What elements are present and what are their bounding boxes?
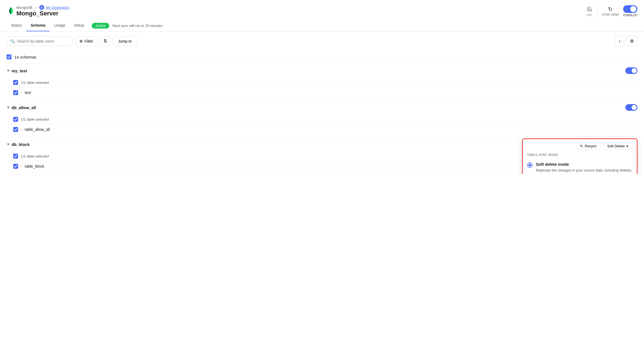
option-soft-delete-title: Soft delete mode: [536, 162, 632, 167]
search-icon: 🔍: [10, 39, 15, 43]
expand-arrow-table-block[interactable]: ›: [21, 164, 22, 168]
table-name-test: test: [25, 90, 31, 95]
selected-label-db-block: 1/1 table selected: [21, 154, 49, 158]
option-soft-delete-desc: Replicate the changes in your source dat…: [536, 168, 632, 174]
table-selected-my-test: 1/1 table selected: [7, 78, 637, 87]
breadcrumb: MongoDB → D My Destination: [16, 5, 69, 10]
enabled-label: ENABLED: [623, 13, 637, 17]
enabled-switch[interactable]: [623, 5, 637, 13]
toolbar-right: ↕ ⚙: [615, 36, 637, 46]
toolbar: 🔍 ⚙ Filter ⇅ Jump to ↕ ⚙: [0, 32, 644, 51]
chevron-down-icon: ▼: [7, 142, 10, 146]
notifications-button[interactable]: OFF: [586, 5, 593, 17]
bell-icon: [586, 5, 593, 13]
checkbox-table-block[interactable]: [13, 164, 18, 169]
search-input[interactable]: [17, 39, 69, 43]
filter-label: Filter: [85, 39, 93, 43]
chevron-down-icon: ▼: [7, 69, 10, 73]
schema-toggle-right-db-allow-all: [625, 104, 637, 111]
header-divider: [598, 4, 598, 18]
schema-list: 14 schemas ▼ my_test 1/1 table selected: [0, 51, 644, 174]
nav-tabs: Status Schema Usage Setup Active Next sy…: [0, 20, 644, 32]
sync-mode-popup: ↻ Resync Soft Delete ▾ TABLE SYNC MODE S…: [522, 139, 637, 174]
sync-now-label: SYNC NOW: [602, 13, 619, 16]
sort-icon: ⇅: [103, 39, 107, 43]
destination-link[interactable]: My Destination: [46, 5, 69, 10]
resync-button[interactable]: ↻ Resync: [576, 142, 601, 150]
settings-button[interactable]: ⚙: [626, 36, 637, 46]
header-right: OFF ↻ SYNC NOW ENABLED: [586, 4, 638, 18]
jump-to-label: Jump to: [118, 39, 132, 43]
checkbox-db-block[interactable]: [13, 154, 18, 159]
schema-name-db-block: db_block: [12, 142, 30, 147]
schema-group-my-test: ▼ my_test 1/1 table selected ›: [7, 63, 637, 100]
app-logo: MongoDB → D My Destination Mongo_Server: [7, 5, 69, 17]
filter-icon: ⚙: [79, 39, 83, 43]
settings-icon: ⚙: [630, 39, 634, 43]
table-name-table-allow-all: table_allow_all: [25, 127, 50, 132]
app-header: MongoDB → D My Destination Mongo_Server …: [0, 0, 644, 18]
soft-delete-dropdown-label: Soft Delete: [607, 144, 625, 148]
tab-setup[interactable]: Setup: [70, 20, 89, 31]
table-row-table-allow-all: › table_allow_all: [7, 124, 637, 135]
selected-label-db-allow-all: 1/1 table selected: [21, 117, 49, 121]
checkbox-test[interactable]: [13, 90, 18, 95]
table-name-table-block: table_block: [25, 164, 44, 168]
breadcrumb-source: MongoDB: [16, 5, 32, 10]
schema-name-db-allow-all: db_allow_all: [12, 105, 36, 110]
checkbox-table-allow-all[interactable]: [13, 127, 18, 132]
schema-toggle-switch-my-test[interactable]: [625, 67, 637, 74]
sync-icon: ↻: [608, 6, 613, 12]
schema-toggle-switch-db-allow-all[interactable]: [625, 104, 637, 111]
soft-delete-dropdown-button[interactable]: Soft Delete ▾: [603, 142, 632, 150]
mongodb-logo-icon: [7, 7, 15, 15]
selected-label-my-test: 1/1 table selected: [21, 81, 49, 85]
breadcrumb-arrow: →: [34, 5, 38, 10]
enabled-toggle[interactable]: ENABLED: [623, 5, 637, 17]
next-sync-text: Next sync will run in 19 minutes: [113, 24, 163, 28]
filter-button[interactable]: ⚙ Filter: [75, 37, 97, 46]
table-row-test: › test: [7, 87, 637, 98]
sort-order-button[interactable]: ↕: [615, 36, 624, 46]
search-box[interactable]: 🔍: [7, 37, 72, 46]
expand-arrow-table-allow-all[interactable]: ›: [21, 128, 22, 131]
resync-label: Resync: [585, 144, 597, 148]
bell-off-label: OFF: [587, 14, 592, 17]
toggle-sm-knob: [632, 68, 637, 73]
all-schemas-checkbox[interactable]: [7, 54, 12, 59]
destination-icon: D: [39, 5, 44, 10]
schema-toggle-db-block[interactable]: ▼ db_block: [7, 142, 30, 147]
server-name: Mongo_Server: [16, 10, 69, 17]
popup-section-title: TABLE SYNC MODE: [523, 150, 637, 159]
radio-soft-delete[interactable]: [527, 162, 533, 168]
schema-toggle-db-allow-all[interactable]: ▼ db_allow_all: [7, 105, 36, 110]
table-sub-db-allow-all: 1/1 table selected › table_allow_all: [7, 115, 637, 137]
tab-schema[interactable]: Schema: [26, 20, 50, 31]
tab-status[interactable]: Status: [7, 20, 26, 31]
expand-arrow-test[interactable]: ›: [21, 91, 22, 95]
toggle-sm-knob-2: [632, 105, 637, 110]
header-left: MongoDB → D My Destination Mongo_Server: [7, 5, 69, 17]
schema-name-my-test: my_test: [12, 68, 27, 73]
tab-usage[interactable]: Usage: [50, 20, 69, 31]
schema-header-my-test: ▼ my_test: [7, 63, 637, 78]
table-sub-my-test: 1/1 table selected › test: [7, 78, 637, 100]
schema-toggle-right-my-test: [625, 67, 637, 74]
schema-header-db-allow-all: ▼ db_allow_all: [7, 100, 637, 115]
schema-toggle-my-test[interactable]: ▼ my_test: [7, 68, 27, 73]
toggle-knob: [630, 6, 636, 12]
schema-group-db-allow-all: ▼ db_allow_all 1/1 table selected ›: [7, 100, 637, 137]
sync-mode-option-soft-delete[interactable]: Soft delete mode Replicate the changes i…: [523, 159, 637, 174]
schemas-count: 14 schemas: [14, 55, 37, 59]
all-schemas-row: 14 schemas: [7, 51, 637, 63]
checkbox-my-test[interactable]: [13, 80, 18, 85]
jump-to-button[interactable]: Jump to: [113, 37, 136, 46]
sort-button[interactable]: ⇅: [100, 36, 111, 46]
checkbox-db-allow-all[interactable]: [13, 117, 18, 122]
chevron-down-icon: ▾: [626, 144, 628, 148]
sync-now-button[interactable]: ↻ SYNC NOW: [602, 6, 619, 16]
popup-header-row: ↻ Resync Soft Delete ▾: [523, 139, 637, 150]
status-badge: Active: [92, 23, 109, 29]
table-selected-db-allow-all: 1/1 table selected: [7, 115, 637, 124]
resync-icon: ↻: [580, 144, 583, 148]
